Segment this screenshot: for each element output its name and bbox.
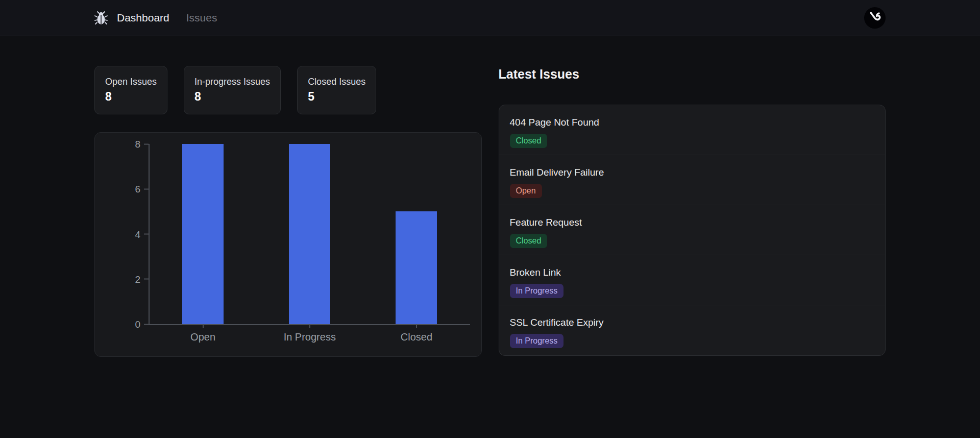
bar-open[interactable] <box>182 144 224 324</box>
status-badge: Closed <box>510 234 548 248</box>
status-badge: Open <box>510 184 542 198</box>
list-item[interactable]: Feature Request Closed <box>499 205 886 255</box>
avatar-button[interactable] <box>864 7 886 29</box>
x-axis-tick <box>309 324 310 328</box>
y-axis-tick: 2 <box>135 274 149 284</box>
status-badge: In Progress <box>510 334 564 348</box>
issue-title: Feature Request <box>510 217 875 228</box>
bug-icon <box>94 10 108 26</box>
latest-issues-panel: Latest Issues 404 Page Not Found Closed … <box>499 66 886 357</box>
nav-link-dashboard[interactable]: Dashboard <box>117 12 169 24</box>
latest-issues-title: Latest Issues <box>499 67 886 82</box>
issue-title: Broken Link <box>510 267 875 278</box>
list-item[interactable]: Email Delivery Failure Open <box>499 155 886 205</box>
bar-chart-plot-area: OpenIn ProgressClosed 02468 <box>149 144 470 325</box>
x-axis-tick <box>416 324 417 328</box>
nav-link-issues[interactable]: Issues <box>186 12 217 24</box>
bar-column: Closed <box>363 144 470 324</box>
y-axis-tick: 4 <box>135 229 149 239</box>
logo-swirl-icon <box>864 7 886 29</box>
bar-chart-columns: OpenIn ProgressClosed <box>150 144 470 324</box>
stat-card-in-progress: In-progress Issues 8 <box>184 66 281 114</box>
stat-value: 5 <box>308 90 365 104</box>
stat-label: In-progress Issues <box>194 76 270 88</box>
nav-links: Dashboard Issues <box>117 12 217 24</box>
stat-label: Closed Issues <box>308 76 365 88</box>
issue-title: Email Delivery Failure <box>510 167 875 178</box>
stat-card-open: Open Issues 8 <box>94 66 167 114</box>
stats-row: Open Issues 8 In-progress Issues 8 Close… <box>94 66 482 114</box>
bar-closed[interactable] <box>396 211 437 324</box>
x-axis-tick <box>203 324 204 328</box>
x-axis-label: In Progress <box>256 331 363 343</box>
issues-list: 404 Page Not Found Closed Email Delivery… <box>499 105 886 356</box>
navbar: Dashboard Issues <box>0 0 980 36</box>
bar-column: In Progress <box>256 144 363 324</box>
list-item[interactable]: SSL Certificate Expiry In Progress <box>499 305 886 355</box>
stat-label: Open Issues <box>105 76 157 88</box>
y-axis-tick: 8 <box>135 139 149 149</box>
list-item[interactable]: 404 Page Not Found Closed <box>499 105 886 155</box>
dashboard-left-column: Open Issues 8 In-progress Issues 8 Close… <box>94 66 482 357</box>
status-badge: Closed <box>510 134 548 148</box>
bar-in-progress[interactable] <box>289 144 330 324</box>
stat-card-closed: Closed Issues 5 <box>297 66 376 114</box>
main-content: Open Issues 8 In-progress Issues 8 Close… <box>0 36 980 357</box>
x-axis-label: Closed <box>363 331 470 343</box>
list-item[interactable]: Broken Link In Progress <box>499 255 886 305</box>
status-badge: In Progress <box>510 284 564 298</box>
issue-title: 404 Page Not Found <box>510 117 875 128</box>
stat-value: 8 <box>105 90 157 104</box>
issue-title: SSL Certificate Expiry <box>510 317 875 328</box>
y-axis-tick: 0 <box>135 320 149 329</box>
x-axis-label: Open <box>150 331 256 343</box>
issues-bar-chart-card: OpenIn ProgressClosed 02468 <box>94 132 482 357</box>
bar-column: Open <box>150 144 256 324</box>
stat-value: 8 <box>194 90 270 104</box>
y-axis-tick: 6 <box>135 184 149 194</box>
